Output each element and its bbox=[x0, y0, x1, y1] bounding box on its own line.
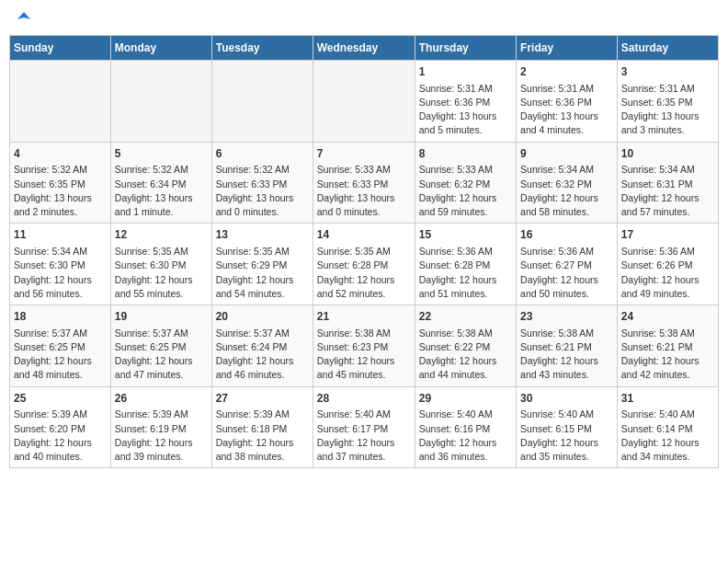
day-info: Sunrise: 5:39 AM Sunset: 6:20 PM Dayligh… bbox=[14, 408, 107, 464]
day-number: 6 bbox=[216, 146, 309, 162]
calendar-table: SundayMondayTuesdayWednesdayThursdayFrid… bbox=[9, 35, 719, 468]
calendar-week-2: 4Sunrise: 5:32 AM Sunset: 6:35 PM Daylig… bbox=[10, 142, 719, 224]
calendar-cell: 15Sunrise: 5:36 AM Sunset: 6:28 PM Dayli… bbox=[415, 224, 516, 305]
calendar-cell: 25Sunrise: 5:39 AM Sunset: 6:20 PM Dayli… bbox=[10, 386, 111, 468]
day-info: Sunrise: 5:38 AM Sunset: 6:22 PM Dayligh… bbox=[419, 327, 512, 383]
logo-bird-icon bbox=[17, 11, 30, 24]
weekday-header-friday: Friday bbox=[517, 36, 618, 61]
calendar-cell: 14Sunrise: 5:35 AM Sunset: 6:28 PM Dayli… bbox=[313, 224, 415, 305]
calendar-cell: 31Sunrise: 5:40 AM Sunset: 6:14 PM Dayli… bbox=[617, 386, 718, 468]
day-info: Sunrise: 5:32 AM Sunset: 6:35 PM Dayligh… bbox=[14, 163, 107, 219]
calendar-cell: 29Sunrise: 5:40 AM Sunset: 6:16 PM Dayli… bbox=[415, 386, 516, 468]
calendar-cell: 24Sunrise: 5:38 AM Sunset: 6:21 PM Dayli… bbox=[617, 305, 718, 387]
day-number: 19 bbox=[115, 309, 208, 325]
day-info: Sunrise: 5:31 AM Sunset: 6:35 PM Dayligh… bbox=[621, 82, 714, 138]
calendar-week-5: 25Sunrise: 5:39 AM Sunset: 6:20 PM Dayli… bbox=[10, 386, 719, 468]
calendar-cell: 22Sunrise: 5:38 AM Sunset: 6:22 PM Dayli… bbox=[415, 305, 516, 387]
day-number: 17 bbox=[621, 227, 714, 243]
calendar-cell: 13Sunrise: 5:35 AM Sunset: 6:29 PM Dayli… bbox=[211, 224, 313, 305]
day-info: Sunrise: 5:35 AM Sunset: 6:28 PM Dayligh… bbox=[317, 245, 411, 301]
weekday-header-tuesday: Tuesday bbox=[211, 36, 313, 61]
day-number: 10 bbox=[621, 146, 714, 162]
day-info: Sunrise: 5:35 AM Sunset: 6:30 PM Dayligh… bbox=[115, 245, 208, 301]
weekday-header-thursday: Thursday bbox=[415, 36, 516, 61]
day-info: Sunrise: 5:37 AM Sunset: 6:24 PM Dayligh… bbox=[216, 327, 309, 383]
day-number: 7 bbox=[317, 146, 411, 162]
day-info: Sunrise: 5:31 AM Sunset: 6:36 PM Dayligh… bbox=[520, 82, 613, 138]
calendar-cell: 3Sunrise: 5:31 AM Sunset: 6:35 PM Daylig… bbox=[617, 61, 718, 143]
calendar-week-4: 18Sunrise: 5:37 AM Sunset: 6:25 PM Dayli… bbox=[10, 305, 719, 387]
calendar-cell: 6Sunrise: 5:32 AM Sunset: 6:33 PM Daylig… bbox=[211, 142, 313, 224]
calendar-cell: 19Sunrise: 5:37 AM Sunset: 6:25 PM Dayli… bbox=[110, 305, 211, 387]
weekday-header-wednesday: Wednesday bbox=[313, 36, 415, 61]
calendar-cell: 18Sunrise: 5:37 AM Sunset: 6:25 PM Dayli… bbox=[10, 305, 111, 387]
day-info: Sunrise: 5:34 AM Sunset: 6:32 PM Dayligh… bbox=[520, 163, 613, 219]
day-info: Sunrise: 5:33 AM Sunset: 6:33 PM Dayligh… bbox=[317, 163, 411, 219]
day-info: Sunrise: 5:36 AM Sunset: 6:27 PM Dayligh… bbox=[520, 245, 613, 301]
logo bbox=[17, 13, 30, 24]
calendar-cell: 30Sunrise: 5:40 AM Sunset: 6:15 PM Dayli… bbox=[517, 386, 618, 468]
weekday-header-sunday: Sunday bbox=[10, 36, 111, 61]
calendar-cell: 23Sunrise: 5:38 AM Sunset: 6:21 PM Dayli… bbox=[517, 305, 618, 387]
day-number: 20 bbox=[216, 309, 309, 325]
day-number: 11 bbox=[14, 227, 107, 243]
calendar-week-1: 1Sunrise: 5:31 AM Sunset: 6:36 PM Daylig… bbox=[10, 61, 719, 143]
day-number: 25 bbox=[14, 391, 107, 407]
day-number: 29 bbox=[419, 391, 512, 407]
day-info: Sunrise: 5:34 AM Sunset: 6:30 PM Dayligh… bbox=[14, 245, 107, 301]
day-info: Sunrise: 5:40 AM Sunset: 6:17 PM Dayligh… bbox=[317, 408, 411, 464]
calendar-cell: 9Sunrise: 5:34 AM Sunset: 6:32 PM Daylig… bbox=[517, 142, 618, 224]
day-number: 22 bbox=[419, 309, 512, 325]
day-number: 18 bbox=[14, 309, 107, 325]
day-info: Sunrise: 5:32 AM Sunset: 6:34 PM Dayligh… bbox=[115, 163, 208, 219]
calendar-cell: 28Sunrise: 5:40 AM Sunset: 6:17 PM Dayli… bbox=[313, 386, 415, 468]
weekday-header-monday: Monday bbox=[110, 36, 211, 61]
calendar-cell: 12Sunrise: 5:35 AM Sunset: 6:30 PM Dayli… bbox=[110, 224, 211, 305]
day-info: Sunrise: 5:40 AM Sunset: 6:14 PM Dayligh… bbox=[621, 408, 714, 464]
day-info: Sunrise: 5:37 AM Sunset: 6:25 PM Dayligh… bbox=[115, 327, 208, 383]
calendar-cell: 17Sunrise: 5:36 AM Sunset: 6:26 PM Dayli… bbox=[617, 224, 718, 305]
svg-marker-0 bbox=[17, 12, 30, 19]
day-info: Sunrise: 5:39 AM Sunset: 6:19 PM Dayligh… bbox=[115, 408, 208, 464]
calendar-cell: 4Sunrise: 5:32 AM Sunset: 6:35 PM Daylig… bbox=[10, 142, 111, 224]
day-number: 2 bbox=[520, 64, 613, 80]
calendar-cell: 5Sunrise: 5:32 AM Sunset: 6:34 PM Daylig… bbox=[110, 142, 211, 224]
day-info: Sunrise: 5:36 AM Sunset: 6:26 PM Dayligh… bbox=[621, 245, 714, 301]
day-number: 13 bbox=[216, 227, 309, 243]
calendar-cell: 27Sunrise: 5:39 AM Sunset: 6:18 PM Dayli… bbox=[211, 386, 313, 468]
day-info: Sunrise: 5:38 AM Sunset: 6:21 PM Dayligh… bbox=[621, 327, 714, 383]
day-number: 14 bbox=[317, 227, 411, 243]
day-number: 21 bbox=[317, 309, 411, 325]
calendar-cell: 7Sunrise: 5:33 AM Sunset: 6:33 PM Daylig… bbox=[313, 142, 415, 224]
day-number: 16 bbox=[520, 227, 613, 243]
calendar-cell: 10Sunrise: 5:34 AM Sunset: 6:31 PM Dayli… bbox=[617, 142, 718, 224]
day-info: Sunrise: 5:38 AM Sunset: 6:23 PM Dayligh… bbox=[317, 327, 411, 383]
day-number: 31 bbox=[621, 391, 714, 407]
day-info: Sunrise: 5:34 AM Sunset: 6:31 PM Dayligh… bbox=[621, 163, 714, 219]
calendar-cell: 2Sunrise: 5:31 AM Sunset: 6:36 PM Daylig… bbox=[517, 61, 618, 143]
day-info: Sunrise: 5:31 AM Sunset: 6:36 PM Dayligh… bbox=[419, 82, 512, 138]
day-number: 9 bbox=[520, 146, 613, 162]
day-number: 27 bbox=[216, 391, 309, 407]
day-info: Sunrise: 5:40 AM Sunset: 6:15 PM Dayligh… bbox=[520, 408, 613, 464]
day-info: Sunrise: 5:40 AM Sunset: 6:16 PM Dayligh… bbox=[419, 408, 512, 464]
calendar-cell bbox=[10, 61, 111, 143]
calendar-cell: 26Sunrise: 5:39 AM Sunset: 6:19 PM Dayli… bbox=[110, 386, 211, 468]
day-number: 4 bbox=[14, 146, 107, 162]
calendar-cell: 1Sunrise: 5:31 AM Sunset: 6:36 PM Daylig… bbox=[415, 61, 516, 143]
day-number: 15 bbox=[419, 227, 512, 243]
day-info: Sunrise: 5:38 AM Sunset: 6:21 PM Dayligh… bbox=[520, 327, 613, 383]
weekday-header-saturday: Saturday bbox=[617, 36, 718, 61]
day-info: Sunrise: 5:33 AM Sunset: 6:32 PM Dayligh… bbox=[419, 163, 512, 219]
calendar-cell: 16Sunrise: 5:36 AM Sunset: 6:27 PM Dayli… bbox=[517, 224, 618, 305]
calendar-cell bbox=[211, 61, 313, 143]
calendar-cell bbox=[313, 61, 415, 143]
calendar-header-row: SundayMondayTuesdayWednesdayThursdayFrid… bbox=[10, 36, 719, 61]
day-info: Sunrise: 5:37 AM Sunset: 6:25 PM Dayligh… bbox=[14, 327, 107, 383]
day-number: 28 bbox=[317, 391, 411, 407]
day-info: Sunrise: 5:35 AM Sunset: 6:29 PM Dayligh… bbox=[216, 245, 309, 301]
day-number: 12 bbox=[115, 227, 208, 243]
calendar-cell: 21Sunrise: 5:38 AM Sunset: 6:23 PM Dayli… bbox=[313, 305, 415, 387]
calendar-week-3: 11Sunrise: 5:34 AM Sunset: 6:30 PM Dayli… bbox=[10, 224, 719, 305]
day-number: 24 bbox=[621, 309, 714, 325]
